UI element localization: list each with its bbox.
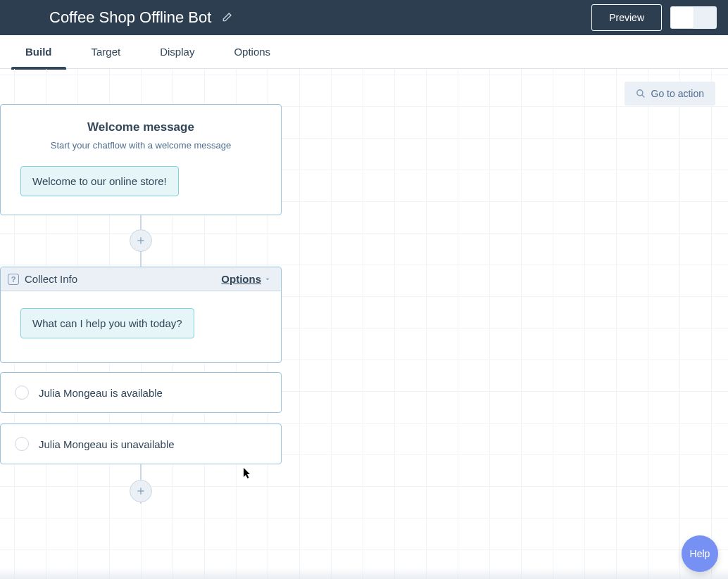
add-step-button[interactable]	[130, 229, 152, 252]
tab-label: Target	[92, 46, 121, 58]
top-bar-left: Coffee Shop Offline Bot	[49, 8, 232, 27]
options-label: Options	[221, 273, 261, 285]
collect-header-label: Collect Info	[25, 273, 77, 285]
collect-header: ? Collect Info Options	[1, 267, 281, 291]
tab-display[interactable]: Display	[140, 35, 214, 69]
publish-toggle[interactable]	[670, 6, 717, 29]
tab-label: Build	[25, 46, 52, 58]
tab-label: Display	[160, 46, 194, 58]
tab-bar: Build Target Display Options	[0, 35, 728, 69]
card-options-dropdown[interactable]: Options	[221, 273, 271, 285]
collect-body: What can I help you with today?	[1, 291, 281, 362]
tab-build[interactable]: Build	[6, 35, 72, 69]
tab-target[interactable]: Target	[72, 35, 141, 69]
go-to-action-label: Go to action	[651, 88, 705, 99]
cursor-icon	[244, 468, 252, 479]
welcome-bubble[interactable]: Welcome to our online store!	[20, 166, 179, 196]
page-title: Coffee Shop Offline Bot	[49, 8, 211, 27]
flow-canvas[interactable]: Go to action Welcome message Start your …	[0, 69, 728, 579]
branch-label: Julia Mongeau is unavailable	[39, 438, 175, 450]
bottom-shadow	[0, 568, 728, 579]
welcome-message-card[interactable]: Welcome message Start your chatflow with…	[0, 104, 282, 215]
radio-icon	[15, 437, 29, 451]
toggle-knob	[671, 7, 694, 28]
chevron-down-icon	[264, 276, 271, 283]
branch-unavailable[interactable]: Julia Mongeau is unavailable	[0, 424, 282, 464]
edit-icon[interactable]	[221, 12, 232, 23]
top-bar-right: Preview	[591, 4, 717, 31]
branch-available[interactable]: Julia Mongeau is available	[0, 372, 282, 413]
collect-info-card[interactable]: ? Collect Info Options What can I help y…	[0, 267, 282, 363]
go-to-action-button[interactable]: Go to action	[625, 82, 716, 106]
tab-label: Options	[234, 46, 270, 58]
welcome-subtitle: Start your chatflow with a welcome messa…	[20, 140, 261, 151]
collect-bubble[interactable]: What can I help you with today?	[20, 308, 194, 338]
svg-point-0	[636, 90, 642, 96]
branch-label: Julia Mongeau is available	[39, 387, 163, 399]
question-icon: ?	[8, 274, 19, 285]
collect-header-left: ? Collect Info	[8, 273, 77, 285]
add-step-button[interactable]	[130, 480, 152, 502]
radio-icon	[15, 386, 29, 400]
welcome-title: Welcome message	[20, 120, 261, 134]
preview-button[interactable]: Preview	[591, 4, 662, 31]
help-label: Help	[690, 548, 710, 559]
svg-line-1	[641, 95, 644, 98]
help-button[interactable]: Help	[682, 535, 718, 572]
top-bar: Coffee Shop Offline Bot Preview	[0, 0, 728, 35]
search-icon	[636, 89, 646, 98]
tab-options[interactable]: Options	[214, 35, 290, 69]
